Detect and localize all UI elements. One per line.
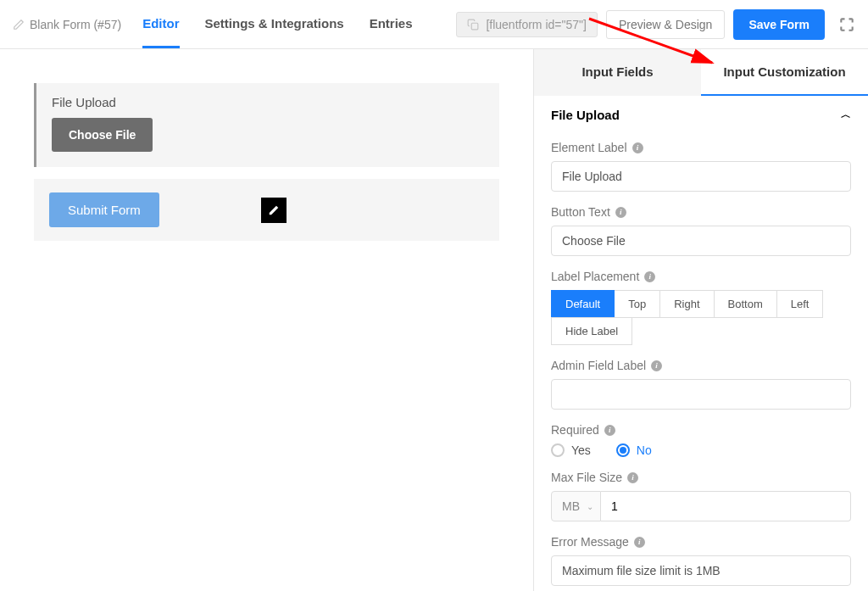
info-icon[interactable]: i: [634, 537, 645, 548]
required-lbl: Required: [551, 423, 599, 437]
info-icon[interactable]: i: [651, 360, 662, 371]
svg-rect-0: [472, 23, 479, 30]
save-button[interactable]: Save Form: [733, 9, 825, 40]
chevron-up-icon: ︿: [841, 108, 851, 122]
info-icon[interactable]: i: [644, 271, 655, 282]
error-msg-lbl: Error Message: [551, 535, 629, 549]
placement-top[interactable]: Top: [615, 290, 660, 318]
radio-icon: [551, 443, 565, 457]
admin-label-input[interactable]: [551, 379, 851, 410]
required-yes-label: Yes: [571, 443, 591, 457]
placement-default[interactable]: Default: [551, 290, 615, 318]
choose-file-button[interactable]: Choose File: [52, 118, 153, 152]
placement-left[interactable]: Left: [777, 290, 824, 318]
tab-editor[interactable]: Editor: [142, 1, 179, 48]
accordion-title: File Upload: [551, 108, 620, 122]
form-name-text: Blank Form (#57): [30, 18, 121, 31]
admin-label-lbl: Admin Field Label: [551, 359, 646, 372]
placement-right[interactable]: Right: [660, 290, 714, 318]
info-icon[interactable]: i: [627, 472, 638, 483]
placement-hide[interactable]: Hide Label: [551, 317, 632, 345]
field-label: File Upload: [52, 95, 484, 109]
tab-settings[interactable]: Settings & Integrations: [205, 1, 344, 48]
element-label-lbl: Element Label: [551, 141, 627, 154]
submit-row[interactable]: Submit Form: [34, 179, 499, 241]
shortcode-box[interactable]: [fluentform id="57"]: [456, 12, 598, 37]
required-no[interactable]: No: [616, 443, 652, 457]
preview-button[interactable]: Preview & Design: [606, 10, 726, 39]
required-yes[interactable]: Yes: [551, 443, 591, 457]
chevron-down-icon: ⌄: [587, 502, 593, 511]
info-icon[interactable]: i: [615, 207, 626, 218]
pencil-icon: [13, 19, 25, 31]
error-msg-input[interactable]: [551, 555, 851, 586]
required-no-label: No: [637, 443, 652, 457]
button-text-lbl: Button Text: [551, 205, 610, 219]
pencil-icon: [268, 204, 280, 216]
radio-icon: [616, 443, 630, 457]
tab-entries[interactable]: Entries: [370, 1, 413, 48]
form-name[interactable]: Blank Form (#57): [13, 18, 121, 31]
placement-bottom[interactable]: Bottom: [715, 290, 777, 318]
accordion-file-upload[interactable]: File Upload ︿: [534, 96, 868, 134]
submit-button[interactable]: Submit Form: [49, 192, 159, 227]
size-value-input[interactable]: [601, 491, 851, 521]
copy-icon: [467, 19, 479, 31]
info-icon[interactable]: i: [632, 142, 643, 153]
size-unit-select[interactable]: MB⌄: [551, 491, 601, 521]
file-upload-field[interactable]: File Upload Choose File: [34, 83, 499, 167]
edit-element-button[interactable]: [261, 198, 287, 223]
element-label-input[interactable]: [551, 161, 851, 192]
max-size-lbl: Max File Size: [551, 471, 622, 484]
label-placement-lbl: Label Placement: [551, 270, 639, 283]
tab-input-customization[interactable]: Input Customization: [701, 49, 868, 96]
button-text-input[interactable]: [551, 226, 851, 256]
tab-input-fields[interactable]: Input Fields: [534, 49, 701, 96]
size-unit-text: MB: [562, 499, 580, 513]
fullscreen-icon[interactable]: [838, 16, 855, 33]
shortcode-text: [fluentform id="57"]: [486, 18, 587, 31]
info-icon[interactable]: i: [604, 425, 615, 436]
form-canvas: File Upload Choose File Submit Form: [0, 49, 533, 591]
